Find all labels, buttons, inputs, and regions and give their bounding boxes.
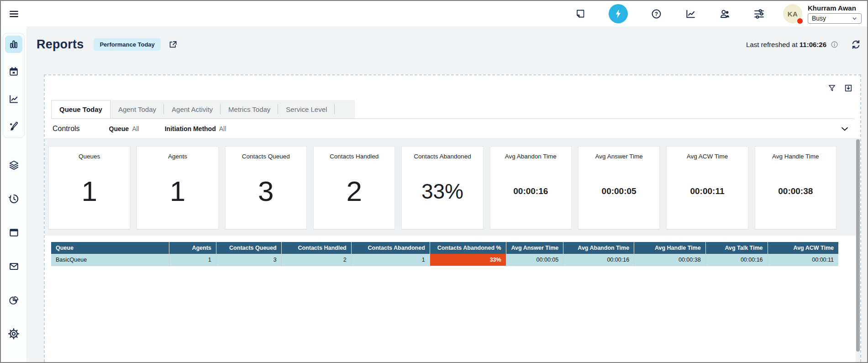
sidebar-item-settings[interactable]	[5, 325, 22, 342]
table-cell: 00:00:16	[563, 254, 634, 266]
column-header: Avg Talk Time	[705, 242, 768, 254]
queue-metrics-table: QueueAgentsContacts QueuedContacts Handl…	[51, 242, 838, 266]
tabs-list: Queue Today Agent Today Agent Activity M…	[51, 100, 355, 118]
design-brush-icon	[8, 121, 19, 132]
filter-initiation-method-value: All	[219, 125, 226, 132]
sidebar-item-email[interactable]	[5, 258, 22, 275]
preferences-button[interactable]	[753, 8, 765, 20]
metric-card-label: Contacts Handled	[330, 153, 379, 160]
metric-card-value: 1	[170, 160, 185, 229]
metric-card: Avg Handle Time00:00:38	[755, 146, 836, 229]
download-icon	[844, 84, 853, 93]
refresh-button[interactable]	[851, 39, 861, 50]
metric-card-label: Avg Answer Time	[595, 153, 643, 160]
external-link-icon	[168, 40, 178, 49]
user-block: KA Khurram Awan Busy	[783, 4, 862, 24]
report-badge: Performance Today	[94, 38, 160, 51]
chevron-down-icon	[840, 124, 850, 134]
metric-card-value: 2	[346, 160, 362, 229]
metrics-button[interactable]	[685, 8, 696, 20]
filter-queue[interactable]: QueueAll	[109, 125, 139, 132]
metric-card-label: Avg Abandon Time	[505, 153, 557, 160]
user-name: Khurram Awan	[808, 4, 862, 12]
table-cell: BasicQueue	[51, 254, 169, 266]
svg-text:?: ?	[655, 11, 658, 17]
layers-icon	[8, 159, 20, 171]
notes-icon	[575, 8, 586, 19]
sidebar-reports-group	[3, 33, 25, 138]
sidebar-item-workspaces[interactable]	[5, 224, 22, 241]
column-header: Queue	[51, 242, 169, 254]
table-cell: 2	[281, 254, 351, 266]
widget-content: Queues1Agents1Contacts Queued3Contacts H…	[45, 139, 860, 362]
browser-window-icon	[8, 227, 20, 238]
avatar[interactable]: KA	[783, 4, 802, 23]
sidebar-item-dashboard-designer[interactable]	[5, 118, 22, 135]
metric-card: Contacts Abandoned33%	[401, 146, 483, 229]
help-button[interactable]: ?	[651, 8, 662, 20]
contacts-button[interactable]	[719, 8, 731, 20]
sidebar-item-contact-history[interactable]	[5, 190, 22, 207]
top-navigation-bar: ? KA Khurram Awan Busy	[1, 1, 867, 26]
status-dot	[797, 18, 803, 24]
download-button[interactable]	[844, 84, 853, 93]
tab-agent-activity[interactable]: Agent Activity	[164, 100, 221, 118]
filter-initiation-method-name: Initiation Method	[165, 125, 216, 132]
metric-card: Contacts Handled2	[313, 146, 395, 229]
sidebar-item-realtime-metrics[interactable]	[5, 36, 22, 53]
metric-card: Agents1	[137, 146, 218, 229]
metric-cards: Queues1Agents1Contacts Queued3Contacts H…	[45, 139, 860, 236]
status-select[interactable]: Busy	[808, 13, 862, 24]
filter-queue-name: Queue	[109, 125, 129, 132]
table-cell: 33%	[430, 254, 506, 266]
widget-toolbar	[45, 75, 860, 96]
info-icon	[830, 40, 839, 49]
quick-actions-button[interactable]	[609, 4, 628, 23]
calendar-icon	[8, 66, 19, 77]
tab-queue-today[interactable]: Queue Today	[51, 100, 110, 118]
column-header: Contacts Abandoned	[351, 242, 430, 254]
tab-metrics-today[interactable]: Metrics Today	[221, 100, 278, 118]
column-header: Contacts Handled	[281, 242, 351, 254]
main-content: Reports Performance Today Last refreshed…	[26, 26, 867, 362]
column-header: Agents	[169, 242, 216, 254]
page-header: Reports Performance Today Last refreshed…	[37, 33, 861, 56]
tab-agent-today[interactable]: Agent Today	[110, 100, 164, 118]
refresh-info-button[interactable]	[830, 40, 839, 49]
table-row: BasicQueue132133%00:00:0500:00:1600:00:3…	[51, 254, 838, 266]
filter-initiation-method[interactable]: Initiation MethodAll	[165, 125, 226, 132]
pie-chart-icon	[8, 295, 20, 306]
column-header: Contacts Queued	[216, 242, 281, 254]
report-widget: Queue Today Agent Today Agent Activity M…	[44, 74, 861, 362]
sidebar-item-historical-metrics[interactable]	[5, 90, 22, 108]
metric-card-label: Queues	[79, 153, 100, 160]
metric-card-value: 1	[81, 160, 97, 229]
notes-button[interactable]	[575, 8, 586, 19]
sidebar-item-routing[interactable]	[5, 156, 22, 174]
metric-card: Queues1	[48, 146, 130, 229]
column-header: Avg Abandon Time	[563, 242, 634, 254]
controls-collapse-button[interactable]	[840, 124, 850, 134]
last-refreshed-label: Last refreshed at	[746, 41, 798, 48]
filter-button[interactable]	[827, 84, 836, 93]
metric-card-label: Agents	[168, 153, 187, 160]
metric-card-value: 00:00:11	[690, 160, 724, 229]
user-meta: Khurram Awan Busy	[808, 4, 862, 24]
email-icon	[8, 261, 20, 272]
hamburger-menu-button[interactable]	[1, 1, 26, 26]
line-chart-icon	[8, 94, 19, 105]
preferences-sliders-icon	[753, 8, 765, 20]
vertical-scrollbar[interactable]	[856, 139, 860, 362]
open-in-new-tab-button[interactable]	[168, 40, 178, 49]
scrollbar-thumb[interactable]	[856, 139, 860, 352]
app-window: ? KA Khurram Awan Busy	[0, 0, 868, 363]
metric-card-value: 00:00:05	[602, 160, 637, 229]
refresh-icon	[851, 39, 861, 50]
table-cell: 3	[216, 254, 281, 266]
sidebar-item-scheduled-reports[interactable]	[5, 63, 22, 80]
column-header: Avg ACW Time	[768, 242, 838, 254]
tab-service-level[interactable]: Service Level	[278, 100, 335, 118]
column-header: Contacts Abandoned %	[430, 242, 506, 254]
sidebar-item-analytics[interactable]	[5, 291, 22, 309]
metric-card-value: 00:00:38	[778, 160, 813, 229]
